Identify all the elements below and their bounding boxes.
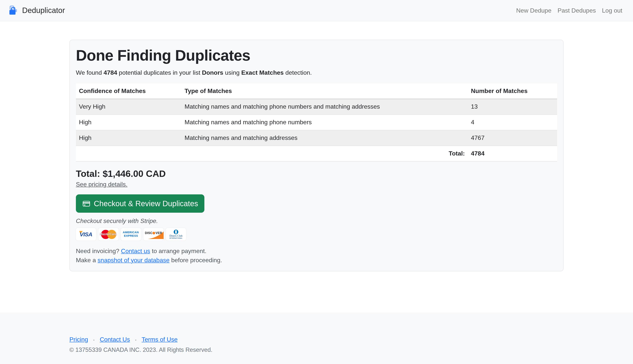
- main-content: Done Finding Duplicates We found 4784 po…: [0, 21, 633, 272]
- brand-link[interactable]: Deduplicator: [8, 5, 65, 16]
- table-row: High Matching names and matching address…: [76, 130, 557, 146]
- total-label: Total:: [182, 146, 468, 162]
- nav-item-log-out[interactable]: Log out: [599, 4, 625, 17]
- cell-type: Matching names and matching phone number…: [182, 99, 468, 114]
- stripe-note: Checkout securely with Stripe.: [76, 216, 557, 226]
- table-row: Very High Matching names and matching ph…: [76, 99, 557, 114]
- header-type: Type of Matches: [182, 84, 468, 99]
- detection-method: Exact Matches: [241, 69, 284, 76]
- results-card: Done Finding Duplicates We found 4784 po…: [69, 40, 564, 272]
- total-matches-value: 4784: [468, 146, 557, 162]
- footer-link-contact-us[interactable]: Contact Us: [100, 336, 130, 343]
- footer-link-pricing[interactable]: Pricing: [69, 336, 88, 343]
- copyright-text: © 13755339 CANADA INC. 2023. All Rights …: [69, 345, 564, 354]
- footer-links: Pricing · Contact Us · Terms of Use: [69, 336, 564, 343]
- snapshot-line: Make a snapshot of your database before …: [76, 256, 557, 265]
- checkout-button-label: Checkout & Review Duplicates: [94, 198, 198, 209]
- header-count: Number of Matches: [468, 84, 557, 99]
- pricing-details-link[interactable]: See pricing details.: [76, 180, 127, 189]
- header-confidence: Confidence of Matches: [76, 84, 182, 99]
- nav-item-past-dedupes[interactable]: Past Dedupes: [554, 4, 599, 17]
- table-row: High Matching names and matching phone n…: [76, 114, 557, 130]
- contact-us-link[interactable]: Contact us: [121, 248, 150, 254]
- invoice-line: Need invoicing? Contact us to arrange pa…: [76, 246, 557, 256]
- diners-club-icon: Diners Club INTERNATIONAL: [166, 228, 186, 240]
- table-total-row: Total: 4784: [76, 146, 557, 162]
- discover-icon: DISCVER: [143, 228, 164, 240]
- visa-icon: VISA: [76, 228, 96, 240]
- snapshot-link[interactable]: snapshot of your database: [98, 257, 170, 264]
- matches-table: Confidence of Matches Type of Matches Nu…: [76, 84, 557, 162]
- nav-links: New Dedupe Past Dedupes Log out: [513, 4, 625, 17]
- cell-confidence: High: [76, 130, 182, 146]
- checkout-button[interactable]: Checkout & Review Duplicates: [76, 194, 205, 213]
- duplicate-count: 4784: [104, 69, 117, 76]
- summary-text: We found 4784 potential duplicates in yo…: [76, 68, 557, 77]
- page-title: Done Finding Duplicates: [76, 46, 557, 64]
- amex-icon: AMERICANEXPRESS: [121, 228, 141, 240]
- cell-confidence: High: [76, 114, 182, 130]
- cell-count: 4767: [468, 130, 557, 146]
- deduplicator-logo-icon: [8, 5, 19, 16]
- cell-confidence: Very High: [76, 99, 182, 114]
- credit-card-icon: [82, 200, 90, 208]
- footer: Pricing · Contact Us · Terms of Use © 13…: [0, 312, 633, 364]
- nav-item-new-dedupe[interactable]: New Dedupe: [513, 4, 554, 17]
- page: Deduplicator New Dedupe Past Dedupes Log…: [0, 0, 633, 364]
- table-header-row: Confidence of Matches Type of Matches Nu…: [76, 84, 557, 99]
- cell-type: Matching names and matching addresses: [182, 130, 468, 146]
- footer-link-terms-of-use[interactable]: Terms of Use: [142, 336, 178, 343]
- mastercard-icon: MasterCard.: [98, 228, 119, 240]
- list-name: Donors: [202, 69, 223, 76]
- payment-methods: VISA MasterCard. AMERICANEXPRESS: [76, 228, 557, 240]
- dot-separator: ·: [135, 336, 137, 343]
- navbar: Deduplicator New Dedupe Past Dedupes Log…: [0, 0, 633, 21]
- cell-type: Matching names and matching phone number…: [182, 114, 468, 130]
- dot-separator: ·: [93, 336, 95, 343]
- price-total: Total: $1,446.00 CAD: [76, 168, 557, 179]
- cell-count: 13: [468, 99, 557, 114]
- brand-name: Deduplicator: [22, 6, 65, 15]
- cell-count: 4: [468, 114, 557, 130]
